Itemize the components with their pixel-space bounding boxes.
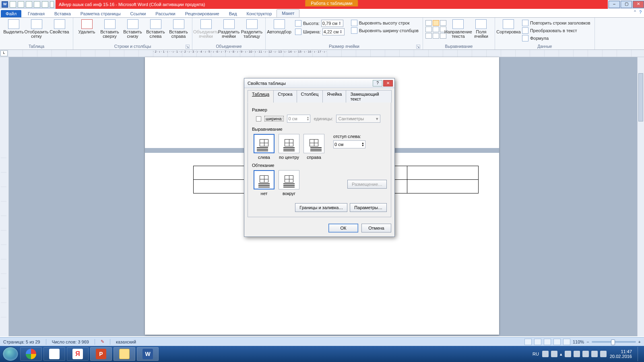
units-select[interactable]: Сантиметры▾ [336, 115, 380, 123]
qat-dropdown-icon[interactable] [50, 1, 54, 8]
tab-home[interactable]: Главная [23, 10, 50, 17]
start-button[interactable] [2, 347, 19, 361]
insert-above-button[interactable]: Вставить сверху [99, 19, 121, 39]
wrap-around-option[interactable] [279, 170, 299, 189]
align-right-option[interactable] [303, 134, 324, 153]
help-icon[interactable]: ? [639, 10, 642, 15]
horizontal-ruler[interactable]: L · 2 · ı · 1 · ı · · ı · 1 · ı · 2 · ı … [0, 50, 644, 57]
dialog-tab-column[interactable]: Столбец [297, 90, 323, 103]
dialog-close-button[interactable]: ✕ [383, 80, 393, 86]
zoom-in-button[interactable]: + [638, 339, 641, 344]
zoom-level[interactable]: 110% [573, 339, 584, 344]
dialog-tab-alt-text[interactable]: Замещающий текст [346, 90, 392, 103]
word-app-icon[interactable] [2, 1, 8, 8]
tray-chevron-icon[interactable]: ▴ [560, 352, 562, 357]
outline-view-button[interactable] [553, 339, 561, 345]
tab-table-layout[interactable]: Макет [277, 9, 299, 17]
tab-review[interactable]: Рецензирование [180, 10, 224, 17]
column-width-control[interactable]: Ширина:4,22 см▲▼ [293, 28, 346, 36]
tab-references[interactable]: Ссылки [126, 10, 151, 17]
tab-page-layout[interactable]: Разметка страницы [76, 10, 126, 17]
autofit-button[interactable]: Автоподбор [268, 19, 290, 34]
minimize-ribbon-icon[interactable]: ⌃ [633, 10, 637, 15]
taskbar-yandex[interactable]: Я [67, 347, 89, 361]
delete-button[interactable]: Удалить [76, 19, 98, 39]
dialog-tab-row[interactable]: Строка [273, 90, 297, 103]
tab-selector[interactable]: L [0, 50, 8, 56]
print-layout-view-button[interactable] [524, 339, 532, 345]
dialog-tab-table[interactable]: Таблица [248, 90, 274, 103]
insert-left-button[interactable]: Вставить слева [144, 19, 167, 39]
dialog-tab-cell[interactable]: Ячейка [322, 90, 346, 103]
tray-clock[interactable]: 11:4720.02.2016 [610, 349, 633, 359]
maximize-button[interactable]: ▢ [621, 1, 632, 8]
qat-icon[interactable] [42, 1, 48, 8]
tab-file[interactable]: Файл [1, 10, 21, 17]
show-desktop-button[interactable] [638, 347, 642, 361]
options-button[interactable]: Параметры… [350, 203, 387, 212]
wrap-none-option[interactable] [254, 170, 275, 189]
insert-right-button[interactable]: Вставить справа [167, 19, 190, 39]
save-icon[interactable] [10, 1, 16, 8]
dialog-launcher-icon[interactable]: ↘ [186, 45, 190, 49]
borders-shading-button[interactable]: Границы и заливка… [295, 203, 347, 212]
align-left-option[interactable] [254, 134, 275, 153]
taskbar-powerpoint[interactable]: P [90, 347, 112, 361]
redo-icon[interactable] [26, 1, 32, 8]
distribute-columns-button[interactable]: Выровнять ширину столбцов [349, 27, 420, 34]
ok-button[interactable]: ОК [328, 224, 358, 232]
proofing-icon[interactable]: ✎ [101, 339, 104, 344]
taskbar-explorer[interactable] [114, 347, 135, 361]
zoom-out-button[interactable]: − [586, 339, 589, 344]
positioning-button[interactable]: Размещение… [347, 180, 387, 189]
taskbar-volume[interactable] [43, 347, 65, 361]
view-gridlines-button[interactable]: Отобразить сетку [25, 19, 47, 39]
align-center-option[interactable] [279, 134, 299, 153]
ribbon-tab-strip: Файл Главная Вставка Разметка страницы С… [0, 9, 644, 18]
formula-button[interactable]: Формула [520, 35, 592, 42]
taskbar-chrome[interactable] [20, 347, 42, 361]
qat-icon[interactable] [34, 1, 40, 8]
dialog-launcher-icon[interactable]: ↘ [416, 45, 420, 49]
width-input[interactable]: 0 см▲▼ [287, 115, 310, 123]
vertical-scrollbar[interactable] [637, 57, 644, 336]
fullscreen-reading-view-button[interactable] [534, 339, 541, 345]
tab-mailings[interactable]: Рассылки [151, 10, 180, 17]
cell-margins-button[interactable]: Поля ячейки [470, 19, 492, 39]
merge-cells-button[interactable]: Объединить ячейки [195, 19, 217, 39]
text-direction-button[interactable]: Направление текста [447, 19, 469, 39]
insert-below-icon [127, 19, 138, 29]
tab-insert[interactable]: Вставка [50, 10, 76, 17]
tray-language[interactable]: RU [533, 352, 539, 356]
row-height-control[interactable]: Высота:0,79 см▲▼ [293, 19, 346, 27]
status-word-count[interactable]: Число слов: 3 969 [52, 339, 89, 344]
web-layout-view-button[interactable] [544, 339, 551, 345]
undo-icon[interactable] [18, 1, 24, 8]
split-cells-button[interactable]: Разделить ячейки [218, 19, 240, 39]
draft-view-button[interactable] [563, 339, 570, 345]
dialog-help-button[interactable]: ? [373, 80, 382, 86]
system-tray[interactable]: ▴ [542, 351, 607, 357]
indent-left-input[interactable]: 0 см▲▼ [333, 140, 365, 148]
insert-below-button[interactable]: Вставить снизу [122, 19, 144, 39]
sort-button[interactable]: Сортировка [497, 19, 520, 42]
status-page[interactable]: Страница: 5 из 29 [3, 339, 40, 344]
zoom-slider[interactable] [592, 341, 636, 343]
select-button[interactable]: Выделить [2, 19, 25, 39]
tab-table-design[interactable]: Конструктор [242, 10, 277, 17]
close-button[interactable]: ✕ [633, 1, 644, 8]
taskbar-word[interactable]: W [137, 347, 159, 361]
repeat-header-rows-button[interactable]: Повторить строки заголовков [520, 19, 592, 27]
dialog-titlebar[interactable]: Свойства таблицы ? ✕ [244, 78, 394, 88]
cell-alignment-grid[interactable] [425, 20, 446, 39]
tab-view[interactable]: Вид [224, 10, 242, 17]
cancel-button[interactable]: Отмена [361, 224, 391, 232]
distribute-rows-button[interactable]: Выровнять высоту строк [349, 19, 420, 27]
split-table-button[interactable]: Разделить таблицу [241, 19, 263, 39]
vertical-ruler[interactable] [0, 57, 9, 336]
status-language[interactable]: казахский [116, 339, 136, 344]
preferred-width-checkbox[interactable] [256, 116, 261, 121]
properties-button[interactable]: Свойства [48, 19, 70, 39]
minimize-button[interactable]: – [609, 1, 620, 8]
convert-to-text-button[interactable]: Преобразовать в текст [520, 27, 592, 34]
